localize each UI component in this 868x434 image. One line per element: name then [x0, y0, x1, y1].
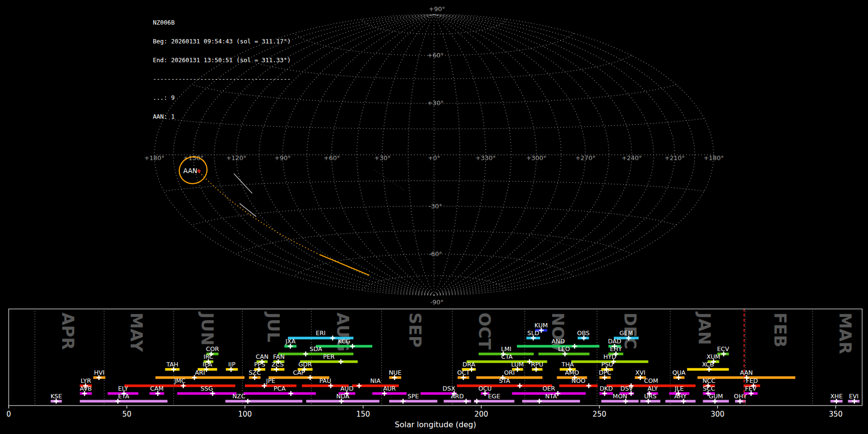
shower-bar-STA [457, 384, 553, 387]
shower-bar-NZC [225, 400, 302, 402]
shower-label-GUM: GUM [709, 393, 723, 400]
graticule-label: +90° [274, 154, 291, 162]
month-label: JUL [264, 312, 283, 342]
shower-label-NTA: NTA [545, 393, 557, 400]
month-label: MAR [836, 312, 855, 354]
shower-label-AUD: AUD [340, 385, 353, 392]
shower-label-SLD: SLD [528, 329, 540, 337]
month-label: SEP [406, 312, 425, 348]
shower-label-PAU: PAU [319, 377, 331, 384]
x-tick-label: 50 [122, 410, 131, 419]
shower-label-EVI: EVI [849, 393, 858, 400]
shower-label-NZC: NZC [232, 393, 245, 400]
shower-label-SCC: SCC [703, 385, 715, 392]
shower-label-DSV: DSV [621, 385, 634, 392]
shower-label-FEV: FEV [745, 385, 757, 392]
x-tick-label: 100 [238, 410, 252, 419]
shower-bar-SSG [177, 392, 236, 394]
shower-label-SZC: SZC [249, 369, 261, 376]
sky-map: +180°+150°+120°+90°+60°+30°+0°+330°+300°… [0, 0, 868, 309]
shower-label-RPU: RPU [531, 361, 543, 368]
shower-bar-SPE [389, 400, 437, 402]
shower-label-JXA: JXA [285, 338, 296, 345]
shower-bar-EGE [474, 400, 515, 402]
x-tick-label: 200 [475, 410, 488, 419]
x-tick-label: 0 [6, 410, 11, 419]
shower-label-KCG: KCG [338, 338, 351, 345]
shower-label-THA: THA [561, 361, 574, 368]
shower-bar-JPE [245, 384, 297, 387]
shower-label-DRA: DRA [462, 361, 475, 368]
shower-label-OCT: OCT [457, 369, 470, 376]
shower-label-EGE: EGE [488, 393, 501, 400]
graticule-label: +30° [374, 154, 391, 162]
shower-label-OER: OER [542, 385, 556, 392]
shower-label-AUR: AUR [383, 385, 396, 392]
graticule-line [434, 14, 695, 295]
shower-label-STA: STA [499, 377, 511, 384]
shower-label-LMI: LMI [501, 345, 511, 353]
shower-bar-ARI [155, 376, 244, 379]
graticule-line [357, 14, 434, 295]
graticule-label: +150° [183, 154, 203, 162]
shower-label-NDA: NDA [336, 393, 350, 400]
shower-label-LUM: LUM [511, 361, 524, 368]
shower-label-ETA: ETA [118, 393, 130, 400]
shower-label-NUE: NUE [389, 369, 401, 376]
shower-label-XCB: XCB [702, 361, 714, 368]
shower-label-CAP: CAP [293, 369, 305, 376]
shower-label-COM: COM [644, 377, 658, 384]
shower-label-XUM: XUM [706, 353, 720, 360]
end-time: End: 20260131 13:50:51 (sol = 311.33°) [153, 57, 291, 63]
graticule-label: -30° [429, 203, 442, 210]
shower-label-AMO: AMO [565, 369, 579, 376]
graticule-label: +120° [226, 154, 246, 162]
shower-label-JMC: JMC [174, 377, 185, 384]
graticule-label: +300° [526, 154, 546, 162]
graticule-label: +0° [428, 154, 440, 162]
shower-label-IEA: IEA [203, 361, 213, 368]
shower-label-IRC: IRC [203, 353, 214, 360]
shower-label-GDR: GDR [298, 361, 312, 368]
x-tick-label: 250 [593, 410, 607, 419]
separator-line: -------------------------------------- [153, 76, 291, 82]
shower-label-ARD: ARD [451, 393, 464, 400]
shower-label-KSE: KSE [51, 393, 62, 400]
shower-label-ERI: ERI [316, 329, 326, 337]
station-code: NZ006B [153, 19, 291, 26]
shower-label-ELY: ELY [118, 385, 128, 392]
shower-label-ORI: ORI [504, 369, 515, 376]
shower-label-NIA: NIA [370, 377, 381, 384]
graticule-label: +180° [144, 154, 164, 162]
sporadic-count: ...: 9 [153, 95, 291, 101]
shower-bar-ETA [80, 400, 168, 402]
north-pole-label: +90° [429, 5, 445, 13]
shower-label-OHY: OHY [734, 393, 747, 400]
observation-info: NZ006B Beg: 20260131 09:54:43 (sol = 311… [153, 7, 291, 132]
shower-label-FAN: FAN [273, 353, 285, 360]
shower-label-XHE: XHE [830, 393, 843, 400]
graticule-label: +270° [575, 154, 596, 162]
shower-bar-NTA [522, 400, 580, 402]
shower-bar-AUR [372, 392, 407, 394]
month-label: OCT [475, 312, 494, 350]
faint-trail [374, 170, 404, 190]
shower-label-AND: AND [552, 338, 565, 345]
shower-label-NCC: NCC [703, 377, 716, 384]
shower-label-TAH: TAH [166, 361, 178, 368]
shower-label-OCU: OCU [478, 385, 492, 392]
shower-label-HYD: HYD [603, 353, 616, 360]
shower-label-AHY: AHY [674, 393, 687, 400]
month-label: FEB [771, 312, 790, 347]
shower-label-XVI: XVI [636, 369, 646, 376]
graticule-line [236, 55, 632, 79]
shower-bar-AHY [665, 400, 696, 402]
shower-label-AAN: AAN [740, 369, 753, 376]
x-tick-label: 150 [356, 410, 370, 419]
graticule-label: +240° [622, 154, 642, 162]
shower-label-KUM: KUM [534, 322, 548, 329]
x-tick-label: 350 [829, 410, 843, 419]
shower-label-SSG: SSG [201, 385, 213, 392]
graticule-label: +180° [704, 154, 724, 162]
radiant-label: AAN [183, 167, 197, 175]
